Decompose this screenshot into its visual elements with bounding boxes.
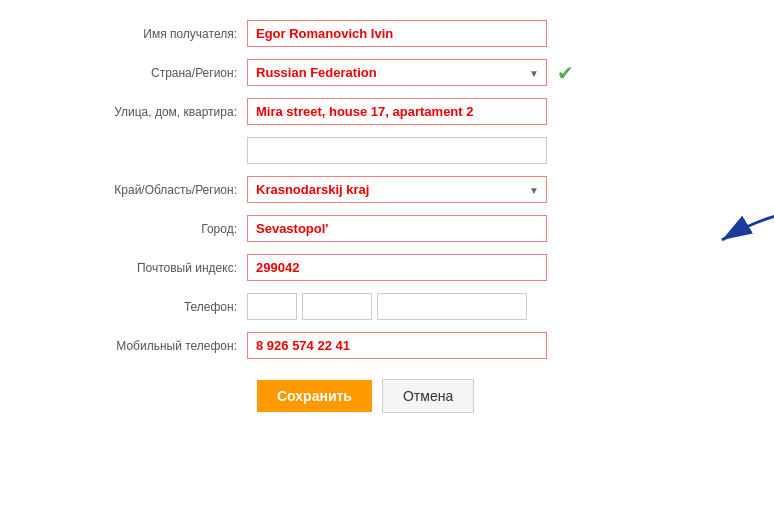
- city-row: Город:: [87, 215, 687, 242]
- mobile-phone-label: Мобильный телефон:: [87, 339, 247, 353]
- address-form: Имя получателя: Страна/Регион: Russian F…: [87, 20, 687, 413]
- state-label: Край/Область/Регион:: [87, 183, 247, 197]
- street-row: Улица, дом, квартира:: [87, 98, 687, 125]
- country-select-wrapper: Russian Federation: [247, 59, 547, 86]
- country-row: Страна/Регион: Russian Federation ✔: [87, 59, 687, 86]
- street-input[interactable]: [247, 98, 547, 125]
- city-input[interactable]: [247, 215, 547, 242]
- recipient-name-row: Имя получателя:: [87, 20, 687, 47]
- save-button[interactable]: Сохранить: [257, 380, 372, 412]
- recipient-name-input[interactable]: [247, 20, 547, 47]
- arrow-indicator: [692, 205, 774, 260]
- street-label: Улица, дом, квартира:: [87, 105, 247, 119]
- state-select-wrapper: Krasnodarskij kraj: [247, 176, 547, 203]
- mobile-phone-row: Мобильный телефон:: [87, 332, 687, 359]
- valid-checkmark-icon: ✔: [557, 61, 574, 85]
- country-label: Страна/Регион:: [87, 66, 247, 80]
- city-label: Город:: [87, 222, 247, 236]
- cancel-button[interactable]: Отмена: [382, 379, 474, 413]
- postal-code-row: Почтовый индекс:: [87, 254, 687, 281]
- street2-row: [87, 137, 687, 164]
- phone-label: Телефон:: [87, 300, 247, 314]
- street2-input[interactable]: [247, 137, 547, 164]
- mobile-phone-input[interactable]: [247, 332, 547, 359]
- postal-code-input[interactable]: [247, 254, 547, 281]
- phone-input-1[interactable]: [247, 293, 297, 320]
- phone-row: Телефон:: [87, 293, 687, 320]
- postal-code-label: Почтовый индекс:: [87, 261, 247, 275]
- state-select[interactable]: Krasnodarskij kraj: [247, 176, 547, 203]
- recipient-name-label: Имя получателя:: [87, 27, 247, 41]
- buttons-row: Сохранить Отмена: [87, 379, 687, 413]
- phone-input-3[interactable]: [377, 293, 527, 320]
- state-row: Край/Область/Регион: Krasnodarskij kraj: [87, 176, 687, 203]
- phone-input-2[interactable]: [302, 293, 372, 320]
- country-select[interactable]: Russian Federation: [247, 59, 547, 86]
